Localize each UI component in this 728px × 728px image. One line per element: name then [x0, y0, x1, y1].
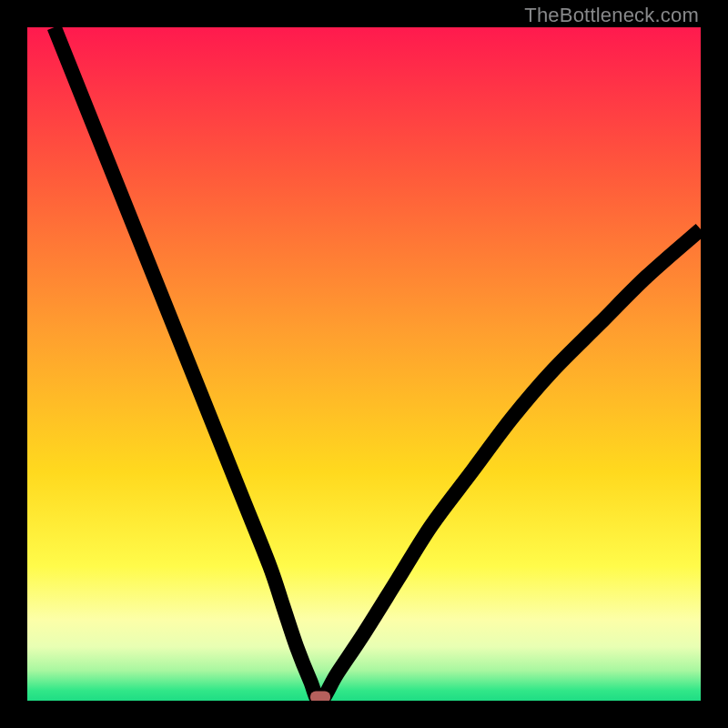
optimal-marker — [310, 691, 330, 701]
bottleneck-curve — [55, 27, 701, 701]
chart-frame: TheBottleneck.com — [0, 0, 728, 728]
curve-layer — [27, 27, 701, 701]
watermark-text: TheBottleneck.com — [524, 4, 699, 27]
plot-area — [27, 27, 701, 701]
